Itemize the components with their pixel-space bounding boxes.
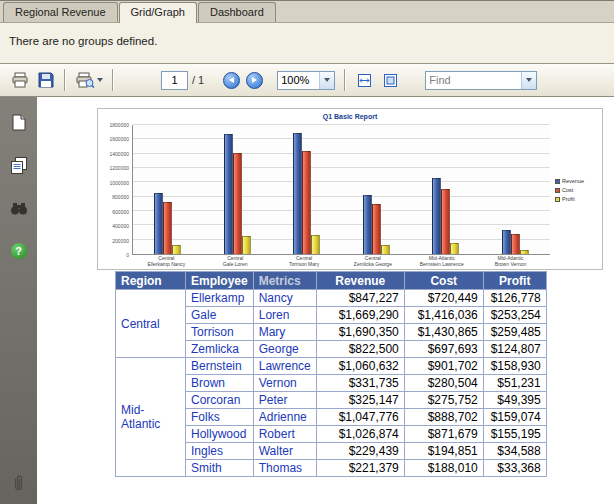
- bar-revenue: [224, 134, 233, 254]
- cost-cell: $1,416,036: [404, 307, 483, 324]
- bar-group: [203, 125, 273, 254]
- report-viewer-window: Regional Revenue Grid/Graph Dashboard Th…: [0, 0, 614, 504]
- bar-cost: [441, 189, 450, 254]
- attachments-button[interactable]: [6, 471, 32, 495]
- first-cell: Nancy: [253, 290, 316, 307]
- bar-chart: Q1 Basic Report 180000016000001400000120…: [97, 108, 603, 270]
- find-in-report-button[interactable]: [6, 196, 32, 220]
- first-cell: Thomas: [253, 460, 316, 477]
- y-tick-label: 0: [126, 252, 129, 258]
- grid-header-row: Region Employee Metrics Revenue Cost Pro…: [116, 272, 547, 290]
- zoom-dropdown-button[interactable]: [319, 72, 334, 89]
- print-preview-icon: [75, 72, 95, 88]
- find-combobox: [425, 71, 537, 90]
- multi-page-view-button[interactable]: [6, 153, 32, 177]
- find-input[interactable]: [426, 72, 521, 89]
- fit-page-button[interactable]: [377, 68, 403, 93]
- grid-row: CentralEllerkampNancy$847,227$720,449$12…: [116, 290, 547, 307]
- print-preview-button[interactable]: [71, 68, 107, 93]
- bar-profit: [450, 243, 459, 254]
- bar-profit: [311, 235, 320, 254]
- grid-row: Mid-AtlanticBernsteinLawrence$1,060,632$…: [116, 358, 547, 375]
- profit-cell: $259,485: [483, 324, 546, 341]
- attachments-area: [0, 471, 37, 495]
- first-cell: Lawrence: [253, 358, 316, 375]
- last-cell: Bernstein: [186, 358, 254, 375]
- header-revenue[interactable]: Revenue: [316, 272, 404, 290]
- profit-cell: $158,930: [483, 358, 546, 375]
- save-icon: [38, 72, 54, 88]
- binoculars-icon: [10, 202, 28, 215]
- profit-cell: $155,195: [483, 426, 546, 443]
- last-cell: Zemlicka: [186, 341, 254, 358]
- last-cell: Smith: [186, 460, 254, 477]
- printer-icon: [11, 72, 29, 88]
- find-dropdown-button[interactable]: [521, 72, 536, 89]
- bar-revenue: [363, 195, 372, 254]
- tab-grid-graph[interactable]: Grid/Graph: [119, 2, 197, 23]
- report-toolbar: / 1: [0, 64, 614, 97]
- legend-item: Revenue: [555, 178, 600, 184]
- last-cell: Brown: [186, 375, 254, 392]
- revenue-cell: $1,669,290: [316, 307, 404, 324]
- revenue-cell: $1,060,632: [316, 358, 404, 375]
- revenue-cell: $325,147: [316, 392, 404, 409]
- revenue-cell: $847,227: [316, 290, 404, 307]
- tab-regional-revenue[interactable]: Regional Revenue: [3, 2, 118, 22]
- bar-profit: [172, 245, 181, 254]
- cost-cell: $1,430,865: [404, 324, 483, 341]
- header-cost[interactable]: Cost: [404, 272, 483, 290]
- header-profit[interactable]: Profit: [483, 272, 546, 290]
- bar-group: [411, 125, 481, 254]
- cost-cell: $901,702: [404, 358, 483, 375]
- chart-plot: [132, 125, 550, 255]
- legend-chip: [555, 197, 560, 202]
- toolbar-separator: [112, 69, 114, 91]
- y-tick-label: 800000: [112, 194, 129, 200]
- bar-profit: [242, 236, 251, 254]
- last-cell: Hollywood: [186, 426, 254, 443]
- profit-cell: $159,074: [483, 409, 546, 426]
- cost-cell: $871,679: [404, 426, 483, 443]
- region-cell: Mid-Atlantic: [116, 358, 186, 477]
- y-tick-label: 1000000: [110, 180, 129, 186]
- revenue-cell: $1,690,350: [316, 324, 404, 341]
- zoom-combobox: [277, 71, 335, 90]
- toolbar-separator: [344, 69, 346, 91]
- zoom-input[interactable]: [278, 72, 319, 89]
- tab-dashboard[interactable]: Dashboard: [198, 2, 276, 22]
- bar-revenue: [293, 133, 302, 254]
- y-tick-label: 1600000: [110, 136, 129, 142]
- chart-legend: RevenueCostProfit: [550, 125, 600, 255]
- page-number-input[interactable]: [161, 71, 188, 90]
- bar-revenue: [432, 178, 441, 254]
- bar-group: [133, 125, 203, 254]
- tab-bar: Regional Revenue Grid/Graph Dashboard: [0, 0, 614, 23]
- cost-cell: $888,702: [404, 409, 483, 426]
- region-cell: Central: [116, 290, 186, 358]
- fit-width-button[interactable]: [351, 68, 377, 93]
- header-region[interactable]: Region: [116, 272, 186, 290]
- previous-page-button[interactable]: [223, 72, 240, 89]
- header-metrics[interactable]: Metrics: [253, 272, 316, 290]
- first-cell: Adrienne: [253, 409, 316, 426]
- revenue-cell: $1,047,776: [316, 409, 404, 426]
- x-axis-label: Mid-AtlanticBernstein Lawrence: [407, 256, 476, 267]
- y-tick-label: 1800000: [110, 122, 129, 128]
- help-button[interactable]: ?: [6, 239, 32, 263]
- header-employee[interactable]: Employee: [186, 272, 254, 290]
- x-axis-label: CentralEllerkamp Nancy: [132, 256, 201, 267]
- last-cell: Ingles: [186, 443, 254, 460]
- toolbar-separator: [64, 69, 66, 91]
- next-page-button[interactable]: [246, 72, 263, 89]
- profit-cell: $51,231: [483, 375, 546, 392]
- last-cell: Torrison: [186, 324, 254, 341]
- chart-x-labels: CentralEllerkamp NancyCentralGale LorenC…: [132, 256, 545, 267]
- single-page-view-button[interactable]: [6, 110, 32, 134]
- groups-panel: There are no groups defined.: [0, 23, 614, 64]
- save-button[interactable]: [33, 68, 59, 93]
- bar-cost: [372, 204, 381, 254]
- fit-width-icon: [357, 73, 372, 88]
- last-cell: Ellerkamp: [186, 290, 254, 307]
- print-button[interactable]: [7, 68, 33, 93]
